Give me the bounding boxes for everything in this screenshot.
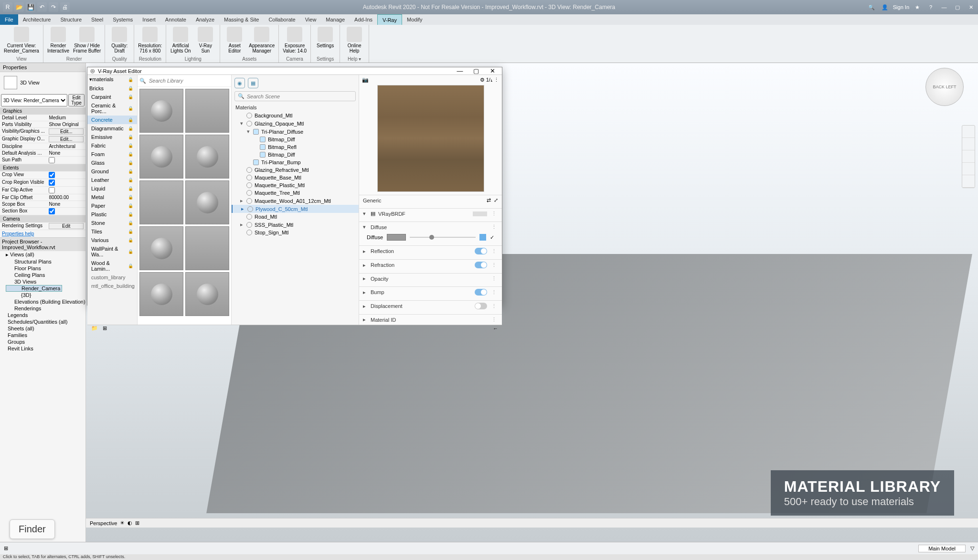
scene-material-item[interactable]: Stop_Sign_Mtl (232, 229, 359, 236)
material-thumbnail[interactable] (185, 272, 229, 316)
material-section-bump[interactable]: ▸Bump⋮ (359, 286, 502, 297)
material-thumbnail[interactable] (185, 135, 229, 179)
ribbon-button[interactable]: Render Interactive (46, 26, 70, 56)
library-category[interactable]: Paper🔒 (87, 201, 137, 210)
maximize-button[interactable]: ▢ (952, 2, 963, 12)
ribbon-tab-systems[interactable]: Systems (108, 14, 138, 25)
ribbon-tab-insert[interactable]: Insert (138, 14, 160, 25)
material-thumbnail[interactable] (139, 180, 183, 224)
property-value[interactable]: Edit... (47, 136, 85, 143)
ribbon-button[interactable]: Current View: Render_Camera (3, 26, 40, 56)
ribbon-tab-view[interactable]: View (300, 14, 321, 25)
camera-icon[interactable]: 📷 (362, 77, 369, 83)
library-category[interactable]: Plastic🔒 (87, 210, 137, 219)
library-category[interactable]: Emissive🔒 (87, 133, 137, 141)
map-icon[interactable] (479, 234, 486, 241)
browser-item[interactable]: Ceiling Plans (6, 272, 85, 278)
property-value[interactable] (47, 208, 85, 215)
ribbon-tab-annotate[interactable]: Annotate (160, 14, 191, 25)
view-cube[interactable]: BACK LEFT (925, 68, 964, 106)
material-section-material-id[interactable]: ▸Material ID⋮ (359, 314, 502, 325)
property-value[interactable]: 80000.00 (47, 194, 85, 201)
property-value[interactable]: Architectural (47, 143, 85, 149)
selection-mode-icon[interactable]: ▦ (248, 78, 258, 88)
user-icon[interactable]: 👤 (880, 2, 890, 12)
library-category[interactable]: Carpaint🔒 (87, 93, 137, 101)
ribbon-button[interactable]: V-Ray Sun (194, 26, 217, 56)
property-value[interactable]: None (47, 201, 85, 207)
toggle-switch[interactable] (475, 303, 487, 309)
browser-item[interactable]: Floor Plans (6, 265, 85, 272)
ribbon-button[interactable]: Resolution: 716 x 800 (137, 26, 163, 56)
expand-icon[interactable]: ⤢ (494, 197, 498, 203)
main-model-label[interactable]: Main Model (918, 545, 966, 552)
property-value[interactable] (47, 187, 85, 194)
property-value[interactable]: None (47, 150, 85, 156)
signin-label[interactable]: Sign In (893, 2, 909, 12)
revit-icon[interactable]: R (3, 2, 12, 12)
expand-icon[interactable]: ▸ (241, 206, 245, 212)
property-value[interactable] (47, 171, 85, 179)
redo-icon[interactable]: ↷ (49, 2, 58, 12)
ribbon-button[interactable]: Artificial Lights On (169, 26, 192, 56)
open-icon[interactable]: 📂 (14, 2, 24, 12)
menu-icon[interactable]: ⋮ (490, 224, 498, 230)
material-thumbnail[interactable] (139, 226, 183, 270)
close-button[interactable]: ✕ (486, 67, 499, 74)
minimize-button[interactable]: — (453, 67, 467, 74)
preview-scale-icon[interactable]: 1/₁ (486, 77, 492, 83)
filter-icon[interactable]: ▽ (970, 545, 974, 551)
brdf-row[interactable]: ▾ ▤ VRayBRDF ⋮ (359, 208, 502, 219)
undo-icon[interactable]: ↶ (37, 2, 47, 12)
scene-material-item[interactable]: ▾Glazing_Opaque_Mtl (232, 119, 359, 127)
scene-material-item[interactable]: ▸Maquette_Wood_A01_12cm_Mtl (232, 197, 359, 205)
asset-editor-titlebar[interactable]: ◎ V-Ray Asset Editor — ▢ ✕ (87, 67, 502, 75)
scene-material-item[interactable]: Bitmap_Diff (232, 136, 359, 143)
ribbon-tab-manage[interactable]: Manage (321, 14, 350, 25)
view-instance-selector[interactable]: 3D View: Render_Camera (1, 94, 67, 106)
toggle-switch[interactable] (475, 248, 487, 254)
browser-item[interactable]: Legends (6, 312, 85, 318)
properties-section-header[interactable]: Camera (0, 215, 85, 222)
scene-material-item[interactable]: Glazing_Refractive_Mtl (232, 166, 359, 174)
custom-library[interactable]: custom_library (87, 273, 137, 282)
expand-icon[interactable]: ▾ (240, 120, 244, 127)
help-icon[interactable]: ? (925, 2, 936, 12)
property-value[interactable] (47, 179, 85, 186)
expand-icon[interactable]: ▾ (247, 128, 251, 135)
minimize-button[interactable]: — (939, 2, 949, 12)
ribbon-tab-structure[interactable]: Structure (55, 14, 86, 25)
browser-item[interactable]: 3D Views (6, 278, 85, 285)
property-value[interactable]: Show Original (47, 121, 85, 127)
preview-settings-icon[interactable]: ⚙ (480, 77, 485, 83)
edit-type-button[interactable]: Edit Type (68, 94, 85, 106)
ribbon-button[interactable]: Asset Editor (223, 26, 246, 56)
scene-material-item[interactable]: Maquette_Base_Mtl (232, 174, 359, 181)
scene-material-item[interactable]: Tri-Planar_Bump (232, 158, 359, 166)
property-value[interactable] (47, 157, 85, 164)
library-category[interactable]: Ground🔒 (87, 167, 137, 176)
browser-item[interactable]: Sheets (all) (6, 325, 85, 332)
library-category[interactable]: Bricks🔒 (87, 84, 137, 93)
properties-section-header[interactable]: Extents (0, 164, 85, 171)
color-swatch[interactable] (387, 234, 406, 241)
browser-item[interactable]: Revit Links (6, 345, 85, 352)
property-value[interactable]: Medium (47, 115, 85, 121)
material-thumbnail[interactable] (139, 89, 183, 133)
properties-help-link[interactable]: Properties help (0, 230, 85, 237)
library-category[interactable]: Various🔒 (87, 236, 137, 244)
browser-item[interactable]: Render_Camera (6, 285, 62, 292)
scene-material-item[interactable]: Maquette_Plastic_Mtl (232, 181, 359, 189)
material-thumbnail[interactable] (185, 89, 229, 133)
ribbon-tab-add-ins[interactable]: Add-Ins (350, 14, 377, 25)
library-category[interactable]: WallPaint & Wa...🔒 (87, 244, 137, 259)
library-category[interactable]: Metal🔒 (87, 193, 137, 201)
toggle-switch[interactable] (475, 289, 487, 296)
material-thumbnail[interactable] (185, 180, 229, 224)
material-section-displacement[interactable]: ▸Displacement⋮ (359, 300, 502, 311)
properties-section-header[interactable]: Graphics (0, 107, 85, 115)
browser-item[interactable]: Elevations (Building Elevation) (6, 298, 85, 305)
material-thumbnail[interactable] (139, 135, 183, 179)
material-section-opacity[interactable]: ▸Opacity⋮ (359, 273, 502, 284)
browser-root[interactable]: ▸ Views (all) (6, 251, 85, 258)
